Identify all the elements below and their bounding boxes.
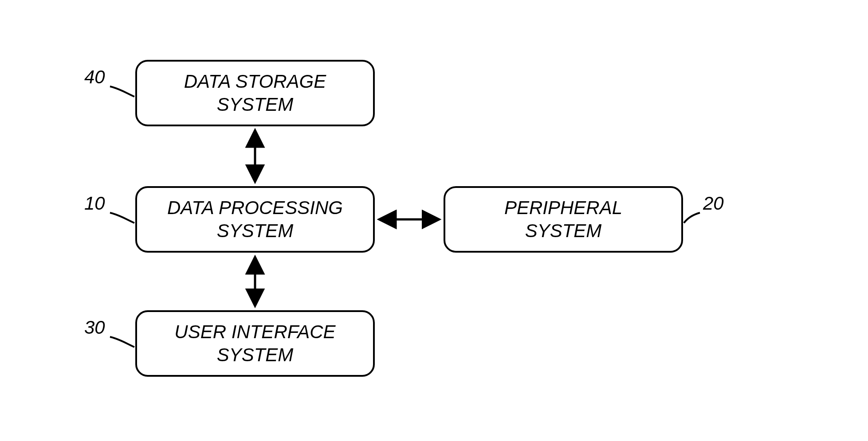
- connectors-overlay: [0, 0, 868, 441]
- diagram-canvas: DATA STORAGESYSTEM DATA PROCESSINGSYSTEM…: [0, 0, 868, 441]
- block-peripheral: PERIPHERALSYSTEM: [444, 186, 683, 253]
- leader-20: [684, 213, 700, 223]
- ref-label-40: 40: [84, 66, 105, 88]
- block-data-storage: DATA STORAGESYSTEM: [135, 60, 375, 126]
- leader-10: [110, 213, 134, 223]
- block-peripheral-label: PERIPHERALSYSTEM: [504, 196, 622, 243]
- block-user-interface: USER INTERFACESYSTEM: [135, 310, 375, 377]
- block-data-processing-label: DATA PROCESSINGSYSTEM: [167, 196, 343, 243]
- block-user-interface-label: USER INTERFACESYSTEM: [174, 320, 335, 367]
- leader-30: [110, 337, 134, 347]
- leader-40: [110, 86, 134, 97]
- ref-label-20: 20: [703, 193, 724, 214]
- block-data-storage-label: DATA STORAGESYSTEM: [184, 70, 326, 117]
- block-data-processing: DATA PROCESSINGSYSTEM: [135, 186, 375, 253]
- ref-label-30: 30: [84, 317, 105, 338]
- ref-label-10: 10: [84, 193, 105, 214]
